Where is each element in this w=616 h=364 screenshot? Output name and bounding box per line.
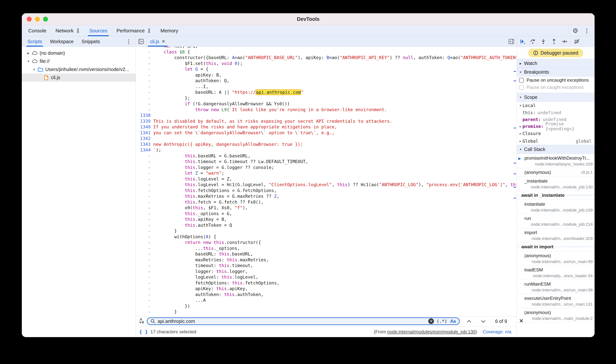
step-over-button[interactable] — [527, 36, 538, 47]
line-gutter[interactable]: - — [136, 292, 152, 298]
code-line[interactable]: 1342 — [136, 136, 517, 142]
code-line[interactable]: -baseURL: A || "https://api.anthropic.co… — [136, 89, 517, 95]
line-gutter[interactable]: - — [136, 286, 152, 292]
scope-group-global[interactable]: ▶Globalglobal — [517, 137, 595, 145]
code-line[interactable]: -timeout: this.timeout, — [136, 263, 517, 269]
sidebar-tab-workspace[interactable]: Workspace — [49, 36, 75, 47]
line-gutter[interactable]: - — [136, 153, 152, 159]
close-window-button[interactable] — [27, 17, 32, 22]
code-line[interactable]: 1344`); — [136, 147, 517, 153]
line-gutter[interactable] — [136, 47, 152, 49]
callstack-frame[interactable]: importnode:internal/m...esm/loader:329 — [517, 228, 595, 242]
code-line[interactable]: -logger: this.logger, — [136, 269, 517, 274]
code-line[interactable]: -this._options = G, — [136, 211, 517, 217]
code-line[interactable]: -fetchOptions: this.fetchOptions, — [136, 280, 517, 286]
code-line[interactable]: -}; — [136, 95, 517, 101]
next-match-icon[interactable] — [480, 318, 487, 325]
line-gutter[interactable]: 1344 — [136, 147, 152, 153]
scope-group-local[interactable]: ▼Local — [517, 102, 595, 109]
deactivate-breakpoints-button[interactable] — [572, 36, 582, 47]
code-line[interactable]: -...this._options, — [136, 246, 517, 251]
code-line[interactable]: -throw new L9(`It looks like you're runn… — [136, 107, 517, 113]
line-gutter[interactable]: - — [136, 49, 152, 55]
step-button[interactable] — [559, 36, 570, 47]
line-gutter[interactable]: - — [136, 55, 152, 61]
code-line[interactable]: -} — [136, 309, 517, 315]
navigator-kebab-icon[interactable]: ⋮ — [126, 39, 131, 45]
line-gutter[interactable]: - — [136, 107, 152, 113]
line-gutter[interactable]: - — [136, 78, 152, 84]
callstack-frame[interactable]: ▶promiseInitHookWithDestroyTr...node:int… — [517, 154, 595, 168]
code-line[interactable]: -apiKey: this.apiKey, — [136, 286, 517, 292]
hide-navigator-icon[interactable] — [136, 36, 147, 47]
code-line[interactable]: -class $8 { — [136, 49, 517, 55]
line-gutter[interactable]: - — [136, 84, 152, 90]
code-line[interactable]: var Xs0, $F1; — [136, 47, 517, 49]
line-gutter[interactable]: - — [136, 240, 152, 246]
code-line[interactable]: -o9(this, $F1, Xs0, "f"), — [136, 205, 517, 211]
callstack-frame[interactable]: (anonymous)node:internal/m...es/run_main… — [517, 251, 595, 266]
code-line[interactable]: -withOptions(A) { — [136, 234, 517, 240]
line-gutter[interactable]: - — [136, 257, 152, 263]
line-gutter[interactable]: 1341 — [136, 130, 152, 136]
tab-console[interactable]: Console — [27, 25, 48, 36]
line-gutter[interactable]: - — [136, 61, 152, 66]
source-origin-link[interactable]: node:internal/modules/esm/module_job:130 — [387, 329, 476, 334]
clear-search-icon[interactable]: ✕ — [428, 318, 434, 324]
scope-property[interactable]: ▶promise:Promise {<pending>} — [517, 123, 595, 130]
code-line[interactable]: -logLevel: this.logLevel, — [136, 274, 517, 280]
line-gutter[interactable]: - — [136, 211, 152, 217]
scope-property[interactable]: this:undefined — [517, 109, 595, 116]
tree-item--no-domain-[interactable]: ▶(no domain) — [22, 49, 136, 57]
settings-gear-icon[interactable]: ⚙ — [573, 27, 578, 34]
line-gutter[interactable]: - — [136, 263, 152, 269]
line-gutter[interactable]: - — [136, 269, 152, 274]
code-line[interactable]: -maxRetries: this.maxRetries, — [136, 257, 517, 263]
callstack-frame[interactable]: instantiatenode:internal/m...module_job:… — [517, 200, 595, 214]
code-line[interactable]: -this.apiKey = B, — [136, 217, 517, 222]
line-gutter[interactable]: - — [136, 72, 152, 78]
step-out-button[interactable] — [549, 36, 559, 47]
breakpoint-option[interactable]: Pause on uncaught exceptions — [517, 77, 595, 84]
tree-caret-icon[interactable]: ▼ — [26, 60, 31, 63]
code-line[interactable]: -authToken: Q, — [136, 78, 517, 84]
editor-tab-clijs[interactable]: cli.js ✕ — [147, 36, 169, 47]
code-line[interactable]: -baseURL: this.baseURL, — [136, 251, 517, 257]
minimize-window-button[interactable] — [35, 17, 40, 22]
code-line[interactable]: -if (!G.dangerouslyAllowBrowser && Ys0()… — [136, 101, 517, 107]
code-line[interactable]: -...A — [136, 297, 517, 303]
code-line[interactable]: -let G = { — [136, 66, 517, 72]
callstack-frame[interactable]: _instantiatenode:internal/m...module_job… — [517, 177, 595, 191]
code-line[interactable]: -this.authToken = Q — [136, 222, 517, 228]
pretty-print-icon[interactable]: { } — [139, 329, 148, 335]
code-line[interactable]: -this.timeout = G.timeout ?? Lw.DEFAULT_… — [136, 159, 517, 165]
previous-match-icon[interactable] — [466, 318, 472, 325]
line-gutter[interactable]: - — [136, 165, 152, 170]
callstack-frame[interactable]: loadESMnode:internal/p.../esm_loader:34 — [517, 266, 595, 280]
code-line[interactable]: -this.fetch = G.fetch ?? Fs0(), — [136, 199, 517, 205]
line-gutter[interactable]: - — [136, 234, 152, 240]
resume-button[interactable] — [517, 36, 527, 47]
code-line[interactable]: -apiKey: B, — [136, 72, 517, 78]
callstack-frame[interactable]: (anonymous)cli.js:1 — [517, 168, 595, 177]
line-gutter[interactable]: - — [136, 193, 152, 199]
line-gutter[interactable]: - — [136, 176, 152, 182]
line-gutter[interactable]: - — [136, 188, 152, 194]
line-gutter[interactable]: - — [136, 297, 152, 303]
search-input-pill[interactable]: ✕ (.*) Aa — [147, 317, 460, 325]
callstack-frame[interactable]: runMainESMnode:internal/m...es/run_main:… — [517, 280, 595, 294]
line-gutter[interactable]: - — [136, 95, 152, 101]
sidebar-tab-snippets[interactable]: Snippets — [80, 36, 101, 47]
tree-item-cli-js[interactable]: cli.js — [22, 74, 136, 82]
line-gutter[interactable]: - — [136, 303, 152, 309]
tree-caret-icon[interactable]: ▶ — [26, 52, 31, 55]
scope-section-header[interactable]: ▼ Scope — [517, 93, 595, 102]
hide-debugger-panel-icon[interactable] — [506, 36, 517, 47]
callstack-frame[interactable]: runnode:internal/m...module_job:214 — [517, 214, 595, 228]
coverage-link[interactable]: Coverage: n/a — [483, 329, 511, 335]
tree-item-users-jinhuilee-nvm-versions-node-v2-[interactable]: ▼Users/jinhuilee/.nvm/versions/node/v2..… — [22, 65, 136, 74]
line-gutter[interactable]: 1343 — [136, 142, 152, 147]
line-gutter[interactable]: - — [136, 228, 152, 234]
line-gutter[interactable]: - — [136, 309, 152, 315]
checkbox[interactable] — [519, 85, 524, 90]
